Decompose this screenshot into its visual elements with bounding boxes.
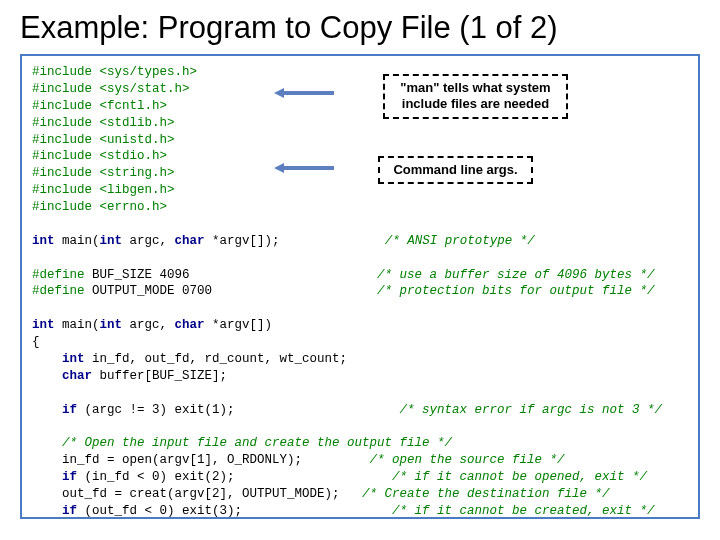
code-block: #include <sys/types.h> #include <sys/sta…: [32, 64, 688, 520]
code-line: #include <fcntl.h>: [32, 99, 167, 113]
code-kw: if: [32, 470, 77, 484]
code-text: (in_fd < 0) exit(2);: [77, 470, 235, 484]
code-line: #include <sys/types.h>: [32, 65, 197, 79]
svg-marker-0: [274, 88, 334, 98]
code-text: main(: [55, 234, 100, 248]
code-comment: /* protection bits for output file */: [377, 284, 655, 298]
code-kw: #define: [32, 284, 85, 298]
code-text: BUF_SIZE 4096: [85, 268, 190, 282]
code-kw: char: [175, 318, 205, 332]
code-kw: int: [32, 234, 55, 248]
code-area: "man" tells what system include files ar…: [20, 54, 700, 519]
code-text: argc,: [122, 318, 175, 332]
code-text: *argv[]);: [205, 234, 280, 248]
code-text: *argv[]): [205, 318, 273, 332]
code-comment: /* ANSI prototype */: [385, 234, 535, 248]
callout-man: "man" tells what system include files ar…: [383, 74, 568, 119]
code-comment: /* if it cannot be created, exit */: [392, 504, 655, 518]
code-line: #include <unistd.h>: [32, 133, 175, 147]
code-comment: /* if it cannot be opened, exit */: [392, 470, 647, 484]
code-kw: int: [32, 318, 55, 332]
code-kw: int: [32, 352, 85, 366]
code-kw: char: [32, 369, 92, 383]
code-kw: #define: [32, 268, 85, 282]
arrow-icon: [274, 161, 334, 175]
code-text: main(: [55, 318, 100, 332]
code-text: (out_fd < 0) exit(3);: [77, 504, 242, 518]
code-line: #include <sys/stat.h>: [32, 82, 190, 96]
code-comment: /* Open the input file and create the ou…: [32, 436, 452, 450]
callout-args: Command line args.: [378, 156, 533, 184]
code-text: OUTPUT_MODE 0700: [85, 284, 213, 298]
code-comment: /* use a buffer size of 4096 bytes */: [377, 268, 655, 282]
arrow-icon: [274, 86, 334, 100]
code-line: #include <stdio.h>: [32, 149, 167, 163]
code-kw: int: [100, 318, 123, 332]
code-text: out_fd = creat(argv[2], OUTPUT_MODE);: [32, 487, 340, 501]
page-title: Example: Program to Copy File (1 of 2): [0, 0, 720, 54]
code-text: {: [32, 335, 40, 349]
svg-marker-1: [274, 163, 334, 173]
code-line: #include <stdlib.h>: [32, 116, 175, 130]
code-kw: if: [32, 403, 77, 417]
code-kw: char: [175, 234, 205, 248]
code-text: in_fd, out_fd, rd_count, wt_count;: [85, 352, 348, 366]
code-text: argc,: [122, 234, 175, 248]
code-kw: int: [100, 234, 123, 248]
code-text: (argc != 3) exit(1);: [77, 403, 235, 417]
code-comment: /* Create the destination file */: [362, 487, 610, 501]
code-text: buffer[BUF_SIZE];: [92, 369, 227, 383]
code-line: #include <errno.h>: [32, 200, 167, 214]
code-line: #include <string.h>: [32, 166, 175, 180]
code-text: in_fd = open(argv[1], O_RDONLY);: [32, 453, 302, 467]
code-comment: /* syntax error if argc is not 3 */: [400, 403, 663, 417]
code-kw: if: [32, 504, 77, 518]
code-comment: /* open the source file */: [370, 453, 565, 467]
code-line: #include <libgen.h>: [32, 183, 175, 197]
